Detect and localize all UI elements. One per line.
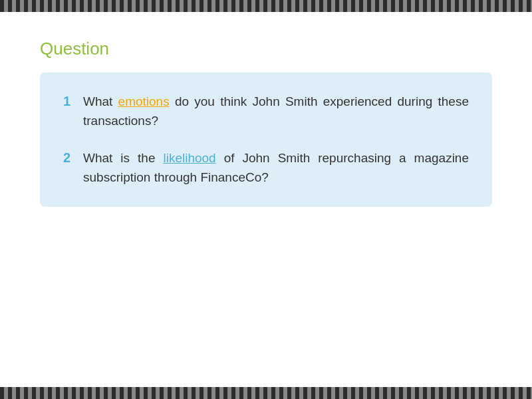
content-box: 1 What emotions do you think John Smith … (40, 72, 492, 207)
question-list: 1 What emotions do you think John Smith … (63, 92, 469, 187)
top-decorative-bar (0, 0, 532, 12)
page-title: Question (40, 39, 492, 59)
question-number-2: 2 (63, 150, 83, 166)
slide-content: Question 1 What emotions do you think Jo… (0, 12, 532, 387)
list-item: 1 What emotions do you think John Smith … (63, 92, 469, 130)
question-text-1: What emotions do you think John Smith ex… (83, 92, 469, 130)
highlight-emotions: emotions (118, 94, 170, 108)
question-text-2: What is the likelihood of John Smith rep… (83, 149, 469, 187)
question-number-1: 1 (63, 94, 83, 109)
list-item: 2 What is the likelihood of John Smith r… (63, 149, 469, 187)
bottom-decorative-bar (0, 387, 532, 399)
highlight-likelihood: likelihood (163, 151, 215, 165)
